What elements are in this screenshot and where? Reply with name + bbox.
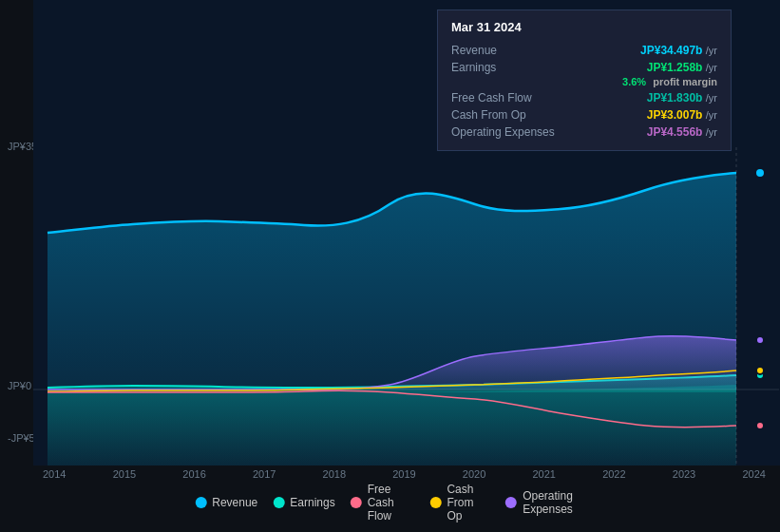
tooltip-cashop-amount: JP¥3.007b [647, 108, 703, 122]
tooltip-cashop-suffix: /yr [706, 109, 717, 121]
legend-operating-expenses[interactable]: Operating Expenses [505, 489, 585, 516]
x-label-2019: 2019 [392, 468, 415, 480]
x-label-2015: 2015 [113, 468, 136, 480]
tooltip-revenue-amount: JP¥34.497b [640, 44, 702, 57]
tooltip-cashop-label: Cash From Op [451, 108, 526, 122]
svg-point-3 [756, 336, 764, 344]
x-label-2016: 2016 [182, 468, 205, 480]
x-label-2018: 2018 [323, 468, 346, 480]
legend-free-cash-flow[interactable]: Free Cash Flow [351, 483, 415, 522]
tooltip-opex-amount: JP¥4.556b [647, 125, 703, 139]
tooltip-revenue-label: Revenue [451, 44, 497, 57]
tooltip-fcf-suffix: /yr [706, 92, 717, 104]
legend-dot-operating-expenses [505, 497, 517, 508]
tooltip-cashop-value: JP¥3.007b /yr [647, 108, 717, 122]
tooltip-earnings-value: JP¥1.258b /yr [647, 61, 717, 74]
x-label-2022: 2022 [602, 468, 625, 480]
tooltip-profit-margin: 3.6% profit margin [622, 76, 717, 87]
x-label-2021: 2021 [532, 468, 555, 480]
legend-earnings[interactable]: Earnings [273, 496, 334, 509]
legend-label-earnings: Earnings [290, 496, 334, 509]
chart-legend: Revenue Earnings Free Cash Flow Cash Fro… [195, 483, 585, 522]
legend-dot-earnings [273, 497, 284, 508]
legend-dot-free-cash-flow [351, 497, 362, 508]
tooltip-fcf-label: Free Cash Flow [451, 91, 532, 104]
legend-label-revenue: Revenue [212, 496, 257, 509]
tooltip-profit-margin-label: profit margin [653, 76, 717, 87]
x-label-2024: 2024 [742, 468, 765, 480]
legend-label-free-cash-flow: Free Cash Flow [368, 483, 415, 522]
legend-label-operating-expenses: Operating Expenses [523, 489, 585, 516]
x-label-2014: 2014 [43, 468, 66, 480]
tooltip-margin-row: 3.6% profit margin [451, 74, 717, 89]
tooltip-date: Mar 31 2024 [451, 20, 717, 34]
svg-point-4 [756, 367, 764, 374]
tooltip-fcf-amount: JP¥1.830b [647, 91, 703, 104]
x-label-2023: 2023 [673, 468, 695, 480]
legend-cash-from-op[interactable]: Cash From Op [429, 483, 490, 522]
tooltip-profit-margin-value: 3.6% [622, 76, 646, 87]
tooltip-fcf-value: JP¥1.830b /yr [647, 91, 717, 104]
tooltip-opex-suffix: /yr [706, 126, 717, 138]
tooltip-opex-value: JP¥4.556b /yr [647, 125, 717, 139]
x-label-2017: 2017 [253, 468, 276, 480]
tooltip-opex-label: Operating Expenses [451, 125, 555, 139]
tooltip-revenue-value: JP¥34.497b /yr [640, 44, 717, 57]
chart-tooltip: Mar 31 2024 Revenue JP¥34.497b /yr Earni… [437, 10, 732, 151]
x-label-2020: 2020 [463, 468, 485, 480]
svg-point-1 [755, 168, 765, 178]
tooltip-earnings-label: Earnings [451, 61, 496, 74]
tooltip-revenue-suffix: /yr [706, 45, 717, 56]
legend-dot-revenue [195, 497, 206, 508]
legend-dot-cash-from-op [429, 497, 441, 508]
tooltip-earnings-suffix: /yr [706, 62, 717, 73]
tooltip-earnings-amount: JP¥1.258b [647, 61, 703, 74]
legend-revenue[interactable]: Revenue [195, 496, 257, 509]
legend-label-cash-from-op: Cash From Op [447, 483, 490, 522]
tooltip-cashop-row: Cash From Op JP¥3.007b /yr [451, 106, 717, 124]
tooltip-opex-row: Operating Expenses JP¥4.556b /yr [451, 124, 717, 141]
tooltip-fcf-row: Free Cash Flow JP¥1.830b /yr [451, 89, 717, 106]
tooltip-revenue-row: Revenue JP¥34.497b /yr [451, 42, 717, 59]
chart-container: JP¥35b JP¥0 -JP¥5b [0, 0, 780, 532]
svg-point-5 [756, 422, 764, 429]
